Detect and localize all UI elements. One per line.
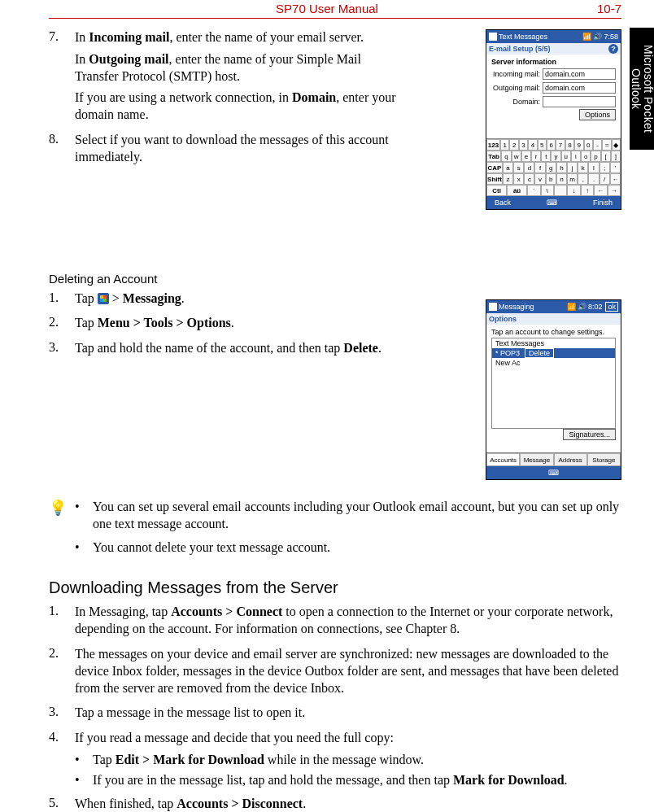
dl-step-4-num: 4. (49, 730, 63, 792)
header-rule (49, 18, 621, 19)
start-icon (98, 293, 109, 304)
dl-step-2: 2. The messages on your device and email… (49, 646, 621, 701)
del-step-3-text: Tap and hold the name of the account, an… (75, 340, 399, 357)
step-8-number: 8. (49, 132, 63, 171)
dl-step-2-num: 2. (49, 646, 63, 701)
header-title: SP70 User Manual (0, 2, 654, 15)
step-8: 8. Select if you want to download the me… (49, 132, 399, 171)
dl-step-5: 5. When finished, tap Accounts > Disconn… (49, 796, 621, 812)
heading-downloading-messages: Downloading Messages from the Server (49, 578, 621, 597)
dl-step-3-text: Tap a message in the message list to ope… (75, 705, 621, 722)
dl-step-4-sub1: •Tap Edit > Mark for Download while in t… (75, 752, 621, 769)
del-step-2-text: Tap Menu > Tools > Options. (75, 315, 399, 332)
del-step-1: 1. Tap > Messaging. (49, 290, 399, 312)
tip-1-text: You can set up several email accounts in… (93, 499, 621, 533)
step-7-number: 7. (49, 29, 63, 129)
tip-2-text: You cannot delete your text message acco… (93, 539, 330, 557)
tips-block: 💡 •You can set up several email accounts… (49, 499, 621, 562)
heading-deleting-account: Deleting an Account (49, 272, 621, 286)
dl-step-4-text: If you read a message and decide that yo… (75, 730, 621, 747)
dl-step-4: 4. If you read a message and decide that… (49, 730, 621, 792)
del-step-2-num: 2. (49, 315, 63, 337)
dl-step-3-num: 3. (49, 705, 63, 727)
tip-2: •You cannot delete your text message acc… (75, 539, 621, 557)
dl-step-5-num: 5. (49, 796, 63, 812)
dl-step-5-text: When finished, tap Accounts > Disconnect… (75, 796, 621, 812)
side-tab: Microsoft PocketOutlook (630, 28, 654, 150)
lightbulb-icon: 💡 (49, 500, 67, 562)
section2-steps: 1. Tap > Messaging. 2. Tap Menu > Tools … (49, 290, 399, 362)
del-step-1-num: 1. (49, 290, 63, 312)
dl-step-4-sub2: •If you are in the message list, tap and… (75, 772, 621, 789)
dl-step-1-num: 1. (49, 604, 63, 643)
side-tab-line1: Microsoft Pocket (642, 45, 654, 133)
section3-steps: 1. In Messaging, tap Accounts > Connect … (49, 604, 621, 812)
step-7-para2: In Outgoing mail, enter the name of your… (75, 51, 399, 85)
del-step-3-num: 3. (49, 340, 63, 362)
header-page-number: 10-7 (597, 2, 621, 15)
side-tab-line2: Outlook (630, 68, 643, 109)
tip-1: •You can set up several email accounts i… (75, 499, 621, 533)
del-step-1-text: Tap > Messaging. (75, 290, 399, 308)
dl-step-1: 1. In Messaging, tap Accounts > Connect … (49, 604, 621, 643)
dl-step-3: 3. Tap a message in the message list to … (49, 705, 621, 727)
step-8-para1: Select if you want to download the messa… (75, 132, 399, 166)
dl-step-4-subs: •Tap Edit > Mark for Download while in t… (75, 752, 621, 789)
section1-steps: 7. In Incoming mail, enter the name of y… (49, 29, 399, 171)
step-7-para3: If you are using a network connection, i… (75, 89, 399, 124)
step-7-para1: In Incoming mail, enter the name of your… (75, 29, 399, 46)
dl-step-1-text: In Messaging, tap Accounts > Connect to … (75, 604, 621, 638)
dl-step-2-text: The messages on your device and email se… (75, 646, 621, 696)
step-7: 7. In Incoming mail, enter the name of y… (49, 29, 399, 129)
del-step-3: 3. Tap and hold the name of the account,… (49, 340, 399, 362)
del-step-2: 2. Tap Menu > Tools > Options. (49, 315, 399, 337)
